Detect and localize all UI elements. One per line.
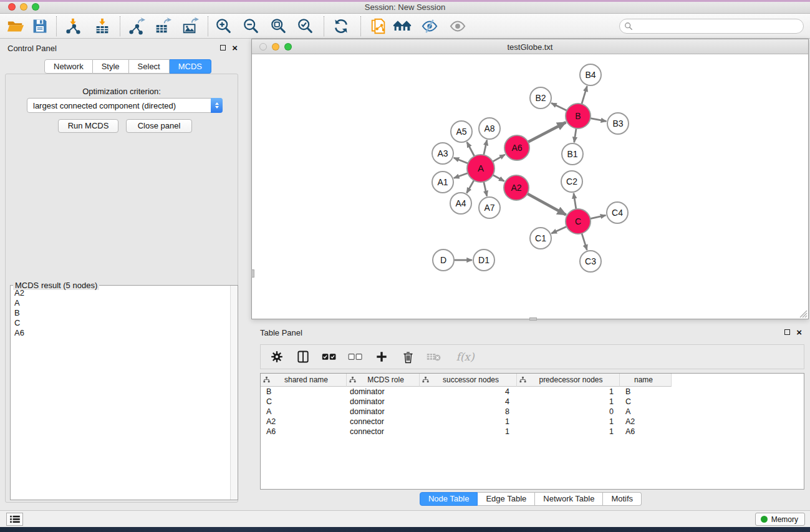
table-row[interactable]: A2 connector 1 1 A2: [261, 417, 804, 427]
column-header-shared-name[interactable]: shared name: [261, 374, 347, 387]
delete-column-button[interactable]: [399, 348, 417, 365]
graph-edge-A-A2[interactable]: [493, 175, 504, 181]
desktop-background: [0, 527, 810, 532]
graph-node-label-B2: B2: [535, 93, 546, 103]
zoom-fit-button[interactable]: [269, 17, 288, 36]
export-network-button[interactable]: [127, 17, 146, 36]
open-session-button[interactable]: [6, 17, 25, 36]
graph-edge-A-A4[interactable]: [466, 180, 474, 193]
graph-edge-A-A6[interactable]: [493, 155, 505, 162]
graph-edge-A-A7[interactable]: [484, 181, 487, 196]
tab-motifs[interactable]: Motifs: [603, 492, 642, 506]
network-window-titlebar[interactable]: testGlobe.txt: [252, 39, 808, 54]
refresh-button[interactable]: [332, 17, 350, 36]
graph-edge-B-B3[interactable]: [591, 118, 607, 122]
graph-edge-A-A5[interactable]: [467, 142, 475, 157]
zoom-out-button[interactable]: [242, 17, 261, 36]
mcds-result-scrollbar[interactable]: [230, 286, 238, 500]
mcds-result-item[interactable]: B: [14, 308, 230, 318]
zoom-in-button[interactable]: [215, 17, 233, 36]
select-all-columns-button[interactable]: [321, 348, 338, 365]
table-row[interactable]: C dominator 4 1 C: [261, 397, 804, 407]
column-header-name[interactable]: name: [620, 374, 672, 387]
graph-edge-A-A1[interactable]: [454, 173, 468, 178]
home-views-button[interactable]: [393, 17, 412, 36]
graph-node-label-A5: A5: [456, 127, 466, 137]
mcds-result-item[interactable]: A2: [14, 288, 230, 298]
unchecked-boxes-icon: [348, 352, 363, 361]
graph-edge-A-A3[interactable]: [454, 158, 468, 163]
dropdown-stepper-icon: [211, 98, 223, 113]
column-header-mcds-role[interactable]: MCDS role: [347, 374, 420, 387]
table-panel-tabs: Node Table Edge Table Network Table Moti…: [251, 492, 810, 506]
graph-edge-C-C1[interactable]: [551, 226, 566, 233]
close-panel-icon[interactable]: ×: [232, 45, 238, 51]
network-canvas[interactable]: AA1A2A3A4A5A6A7A8BB1B2B3B4CC1C2C3C4DD1: [252, 54, 808, 319]
save-icon: [32, 18, 48, 34]
graph-edge-B-B1[interactable]: [574, 128, 576, 142]
import-network-button[interactable]: [64, 17, 82, 36]
export-table-button[interactable]: [153, 17, 172, 36]
graph-edge-C-C2[interactable]: [574, 193, 576, 209]
toolbar-separator: [324, 16, 324, 36]
search-field[interactable]: [619, 19, 804, 34]
float-panel-icon[interactable]: [220, 45, 226, 51]
tab-mcds[interactable]: MCDS: [170, 59, 211, 74]
memory-button[interactable]: Memory: [755, 513, 805, 526]
graph-edge-A-A8[interactable]: [484, 140, 487, 155]
export-image-button[interactable]: [181, 17, 200, 36]
table-settings-button[interactable]: [268, 348, 286, 365]
criterion-dropdown[interactable]: largest connected component (directed): [27, 98, 223, 113]
run-mcds-button[interactable]: Run MCDS: [58, 119, 118, 133]
close-panel-button[interactable]: Close panel: [126, 119, 192, 133]
tab-network-table[interactable]: Network Table: [535, 492, 603, 506]
unselect-all-columns-button[interactable]: [347, 348, 364, 365]
tab-select[interactable]: Select: [129, 59, 170, 74]
graph-node-label-B3: B3: [612, 118, 623, 128]
table-float-panel-icon[interactable]: [784, 329, 790, 335]
function-builder-button[interactable]: f(x): [451, 348, 479, 365]
status-bar: Memory: [0, 510, 810, 527]
tab-style[interactable]: Style: [93, 59, 129, 74]
network-file-icon: [370, 17, 387, 35]
column-header-successor-nodes[interactable]: successor nodes: [420, 374, 517, 387]
graph-edge-B-B2[interactable]: [551, 103, 567, 110]
eye-slash-icon: [421, 18, 438, 34]
column-header-predecessor-nodes[interactable]: predecessor nodes: [517, 374, 620, 387]
graph-edge-B-B4[interactable]: [582, 86, 587, 104]
table-close-panel-icon[interactable]: ×: [796, 329, 802, 335]
mcds-result-item[interactable]: C: [14, 318, 230, 328]
create-column-button[interactable]: [373, 348, 390, 365]
table-row[interactable]: A dominator 8 0 A: [261, 407, 804, 417]
network-file-button[interactable]: [369, 17, 388, 36]
mcds-result-item[interactable]: A6: [14, 328, 230, 338]
search-input[interactable]: [635, 22, 803, 31]
table-row[interactable]: A6 connector 1 1 A6: [261, 427, 804, 437]
graph-node-label-C4: C4: [612, 208, 623, 218]
graph-edge-A2-C[interactable]: [528, 194, 566, 215]
mcds-result-item[interactable]: A: [14, 298, 230, 308]
tab-network[interactable]: Network: [44, 59, 93, 74]
network-hscroll-thumb[interactable]: [529, 317, 537, 321]
hide-graphics-button[interactable]: [420, 17, 439, 36]
tab-node-table[interactable]: Node Table: [420, 492, 478, 506]
resize-grip[interactable]: [799, 309, 808, 318]
mcds-panel-body: Optimization criterion: largest connecte…: [5, 74, 238, 503]
graph-edge-C-C3[interactable]: [582, 233, 587, 250]
graph-node-label-B: B: [575, 111, 581, 121]
show-columns-button[interactable]: [294, 348, 312, 365]
graph-edge-C-C4[interactable]: [591, 215, 606, 219]
show-graphics-button[interactable]: [448, 17, 467, 36]
network-vscroll-thumb[interactable]: [251, 269, 254, 278]
table-row[interactable]: B dominator 4 1 B: [261, 387, 804, 397]
delete-table-button[interactable]: [425, 348, 443, 365]
graph-edge-A6-B[interactable]: [528, 122, 566, 142]
graph-node-label-A1: A1: [437, 177, 448, 187]
task-history-button[interactable]: [6, 513, 23, 526]
tab-edge-table[interactable]: Edge Table: [478, 492, 535, 506]
graph-node-label-B1: B1: [567, 149, 577, 159]
graph-node-label-A7: A7: [484, 203, 494, 213]
zoom-selected-button[interactable]: [296, 17, 315, 36]
save-session-button[interactable]: [31, 17, 49, 36]
import-table-button[interactable]: [93, 17, 112, 36]
